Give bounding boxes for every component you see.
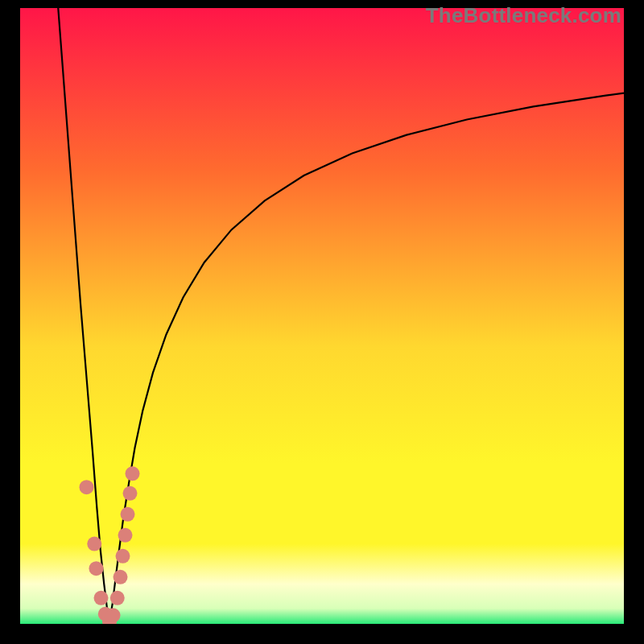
data-point (80, 480, 94, 494)
data-point (106, 608, 121, 622)
data-point (94, 591, 109, 605)
gradient-background (20, 8, 624, 624)
data-point (126, 466, 140, 481)
chart-frame: TheBottleneck.com (0, 0, 644, 644)
data-point (116, 549, 130, 564)
data-point (114, 570, 128, 584)
data-point (118, 528, 133, 543)
bottleneck-curve-chart (20, 8, 624, 624)
data-point (87, 537, 101, 551)
data-point (121, 507, 135, 522)
data-point (110, 591, 125, 605)
data-point (123, 486, 138, 501)
data-point (89, 561, 104, 576)
